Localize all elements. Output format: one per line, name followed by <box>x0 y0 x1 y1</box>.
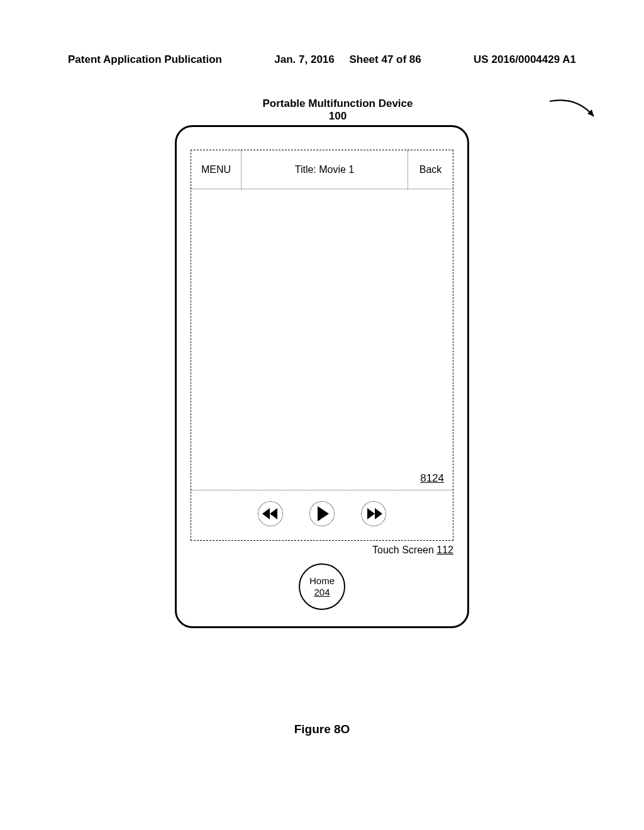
leader-arrow-icon <box>548 94 605 125</box>
play-button[interactable] <box>309 501 335 526</box>
topbar: MENU Title: Movie 1 Back <box>191 150 453 189</box>
home-button[interactable]: Home 204 <box>299 563 345 610</box>
reference-8124: 8124 <box>420 472 444 485</box>
rewind-button[interactable] <box>258 501 283 526</box>
touchscreen-label: Touch Screen 112 <box>372 545 453 556</box>
touch-screen[interactable]: MENU Title: Movie 1 Back 8124 <box>191 150 453 541</box>
touchscreen-text: Touch Screen <box>372 545 434 555</box>
patent-page: Patent Application Publication Jan. 7, 2… <box>0 0 644 830</box>
back-button[interactable]: Back <box>408 150 453 189</box>
title-bar: Title: Movie 1 <box>242 150 408 189</box>
playback-controls <box>191 490 453 534</box>
device-ref-num: 100 <box>199 110 476 123</box>
play-icon <box>318 506 329 521</box>
figure-caption: Figure 8O <box>168 722 476 736</box>
touchscreen-num: 112 <box>436 545 453 555</box>
back-label: Back <box>419 164 442 175</box>
menu-label: MENU <box>201 164 231 175</box>
forward-icon <box>367 508 382 519</box>
header-publication: Patent Application Publication <box>68 53 222 66</box>
home-num: 204 <box>314 587 330 598</box>
title-text: Title: Movie 1 <box>295 164 355 175</box>
device-body: MENU Title: Movie 1 Back 8124 <box>175 125 469 628</box>
video-content-area[interactable]: 8124 <box>191 189 453 490</box>
svg-marker-0 <box>587 109 594 116</box>
device-label: Portable Multifunction Device <box>263 97 413 109</box>
page-header: Patent Application Publication Jan. 7, 2… <box>68 53 576 66</box>
header-date-sheet: Jan. 7, 2016 Sheet 47 of 86 <box>274 53 421 66</box>
header-sheet: Sheet 47 of 86 <box>349 53 421 65</box>
menu-button[interactable]: MENU <box>191 150 242 189</box>
header-date: Jan. 7, 2016 <box>274 53 334 65</box>
forward-button[interactable] <box>361 501 386 526</box>
rewind-icon <box>262 508 277 519</box>
home-label: Home <box>309 575 335 587</box>
device-label-block: Portable Multifunction Device 100 <box>199 97 476 123</box>
figure-area: Portable Multifunction Device 100 MENU T… <box>168 97 476 736</box>
header-pubnum: US 2016/0004429 A1 <box>474 53 576 66</box>
